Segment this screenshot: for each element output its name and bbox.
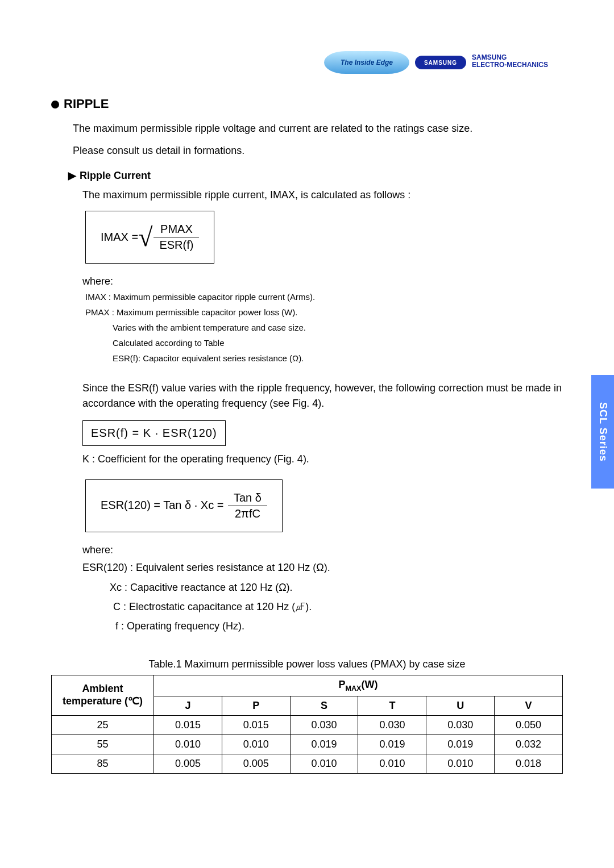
esr120-formula-box: ESR(120) = Tan δ · Xc = Tan δ 2πfC bbox=[85, 479, 283, 532]
logo-row: The Inside Edge SAMSUNG SAMSUNG ELECTRO-… bbox=[51, 51, 563, 74]
def-pmax: PMAX : Maximum permissible capacitor pow… bbox=[85, 304, 563, 320]
ripple-current-heading: ▶Ripple Current bbox=[68, 169, 563, 182]
table-caption: Table.1 Maximum permissible power loss v… bbox=[51, 658, 563, 670]
cell: 0.019 bbox=[358, 735, 426, 754]
samsung-oval-logo: SAMSUNG bbox=[415, 56, 466, 69]
intro-line2: Please consult us detail in formations. bbox=[73, 144, 563, 158]
definitions-block-1: IMAX : Maximum permissible capacitor rip… bbox=[85, 289, 563, 366]
table-row: 25 0.015 0.015 0.030 0.030 0.030 0.050 bbox=[52, 715, 563, 735]
cell: 0.015 bbox=[154, 715, 222, 735]
section-title-text: RIPPLE bbox=[64, 97, 109, 111]
ripple-current-heading-text: Ripple Current bbox=[80, 170, 151, 181]
sem-line1: SAMSUNG bbox=[472, 53, 507, 61]
hdr-col-s: S bbox=[290, 696, 358, 715]
cell-temp: 85 bbox=[52, 754, 154, 773]
hdr-col-u: U bbox=[426, 696, 495, 715]
bullet-icon bbox=[51, 101, 59, 108]
triangle-icon: ▶ bbox=[68, 169, 76, 182]
sem-line2: ELECTRO-MECHANICS bbox=[472, 61, 548, 69]
cell: 0.015 bbox=[222, 715, 290, 735]
cell: 0.019 bbox=[426, 735, 495, 754]
def-f: f : Operating frequency (Hz). bbox=[115, 616, 563, 636]
cell: 0.005 bbox=[154, 754, 222, 773]
imax-den: ESR(f) bbox=[154, 237, 199, 253]
k-coefficient-note: K : Coefficient for the operating freque… bbox=[82, 452, 563, 467]
imax-num: PMAX bbox=[154, 222, 199, 237]
cell: 0.010 bbox=[154, 735, 222, 754]
def-xc: Xc : Capacitive reactance at 120 Hz (Ω). bbox=[110, 578, 563, 597]
cell: 0.010 bbox=[222, 735, 290, 754]
cell: 0.010 bbox=[358, 754, 426, 773]
where-label-1: where: bbox=[82, 274, 563, 289]
esr-correction-text: Since the ESR(f) value varies with the r… bbox=[82, 381, 563, 411]
pmax-table: Ambient temperature (℃) PMAX(W) J P S T … bbox=[51, 675, 563, 774]
where-label-2: where: bbox=[82, 542, 563, 558]
def-esr120: ESR(120) : Equivalent series resistance … bbox=[82, 558, 563, 577]
cell-temp: 55 bbox=[52, 735, 154, 754]
table-row: 85 0.005 0.005 0.010 0.010 0.010 0.018 bbox=[52, 754, 563, 773]
cell: 0.030 bbox=[358, 715, 426, 735]
def-c: C : Electrostatic capacitance at 120 Hz … bbox=[113, 597, 563, 616]
cell: 0.010 bbox=[426, 754, 495, 773]
cell: 0.032 bbox=[495, 735, 563, 754]
def-pmax-note2: Calculated according to Table bbox=[113, 335, 563, 350]
imax-lhs: IMAX = bbox=[101, 231, 138, 244]
hdr-col-p: P bbox=[222, 696, 290, 715]
definitions-block-2: ESR(120) : Equivalent series resistance … bbox=[82, 558, 563, 636]
intro-line1: The maximum permissible ripple voltage a… bbox=[73, 122, 563, 136]
section-title: RIPPLE bbox=[51, 97, 563, 111]
cell: 0.030 bbox=[290, 715, 358, 735]
hdr-col-t: T bbox=[358, 696, 426, 715]
hdr-ambient: Ambient temperature (℃) bbox=[52, 675, 154, 716]
inside-edge-logo: The Inside Edge bbox=[324, 51, 409, 74]
table-caption-text: Table.1 Maximum permissible power loss v… bbox=[148, 658, 465, 670]
cell: 0.010 bbox=[290, 754, 358, 773]
hdr-pmax: PMAX(W) bbox=[154, 675, 563, 696]
series-tab: SCL Series bbox=[591, 375, 614, 489]
def-esrf: ESR(f): Capacitor equivalent series resi… bbox=[113, 350, 563, 366]
cell-temp: 25 bbox=[52, 715, 154, 735]
ripple-current-intro: The maximum permissible ripple current, … bbox=[82, 187, 563, 203]
def-pmax-note1: Varies with the ambient temperature and … bbox=[113, 320, 563, 335]
esr120-lhs: ESR(120) = Tan δ · Xc = bbox=[101, 499, 227, 511]
cell: 0.018 bbox=[495, 754, 563, 773]
def-imax: IMAX : Maximum permissible capacitor rip… bbox=[85, 289, 563, 304]
table-row: 55 0.010 0.010 0.019 0.019 0.019 0.032 bbox=[52, 735, 563, 754]
page-content: The Inside Edge SAMSUNG SAMSUNG ELECTRO-… bbox=[0, 0, 614, 819]
cell: 0.005 bbox=[222, 754, 290, 773]
esr120-den: 2πfC bbox=[228, 506, 267, 521]
esr120-num: Tan δ bbox=[228, 490, 267, 506]
cell: 0.030 bbox=[426, 715, 495, 735]
cell: 0.050 bbox=[495, 715, 563, 735]
imax-formula-box: IMAX = √ PMAX ESR(f) bbox=[85, 211, 214, 264]
samsung-electro-mechanics-logo: SAMSUNG ELECTRO-MECHANICS bbox=[472, 54, 563, 71]
cell: 0.019 bbox=[290, 735, 358, 754]
hdr-col-v: V bbox=[495, 696, 563, 715]
hdr-col-j: J bbox=[154, 696, 222, 715]
esrf-equation: ESR(f) = K · ESR(120) bbox=[91, 427, 217, 439]
esrf-equation-box: ESR(f) = K · ESR(120) bbox=[82, 420, 226, 446]
sqrt-icon: √ bbox=[138, 228, 152, 247]
